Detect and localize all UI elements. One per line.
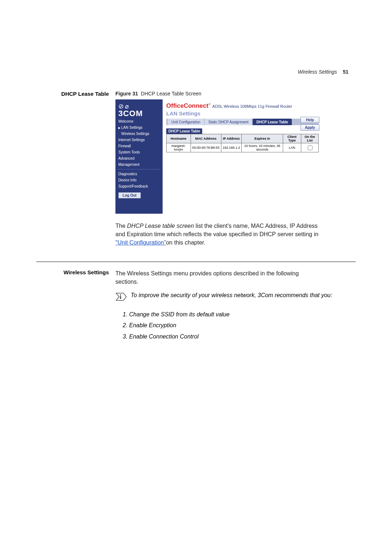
svg-rect-2 [120,296,121,299]
product-title: OfficeConnect® ADSL Wireless 108Mbps 11g… [166,102,319,110]
screenshot-main: Help Apply OfficeConnect® ADSL Wireless … [163,99,322,214]
nav-system-tools[interactable]: System Tools [115,149,163,155]
section-title-wireless: Wireless Settings [64,269,109,275]
page-header: Wireless Settings 51 [298,69,349,75]
tab-bar: Unit Configuration Static DHCP Assignmen… [166,119,319,125]
help-button[interactable]: Help [301,117,319,123]
tab-dhcp-lease-table[interactable]: DHCP Lease Table [253,119,291,125]
rec-2: 2. Enable Encryption [123,320,356,331]
tab-unit-configuration[interactable]: Unit Configuration [168,119,204,125]
apply-button[interactable]: Apply [301,124,319,131]
nav-device-info[interactable]: Device Info [115,177,163,183]
dhcp-description: The DHCP Lease table screen list the cli… [115,222,319,247]
page-subtitle: LAN Settings [166,110,319,116]
nav-lan-settings[interactable]: LAN Settings [115,124,163,131]
col-hostname: Hostname [167,134,191,143]
info-icon [115,291,127,303]
table-row: margaret-tvurjm 00:0D:60:76:B8:53 192.16… [167,143,319,152]
col-client-type: Client Type [283,134,301,143]
nav-management[interactable]: Management [115,161,163,168]
col-ip: IP Address [221,134,242,143]
nav-firewall[interactable]: Firewall [115,143,163,149]
screenshot-sidebar: ⊘ ⌀ 3COM Welcome LAN Settings Wireless S… [115,99,163,214]
unit-configuration-link[interactable]: "Unit Configuration" [115,239,166,246]
figure-title: DHCP Lease Table Screen [141,91,201,97]
rec-3: 3. Enable Connection Control [123,331,356,342]
page-number: 51 [343,69,348,75]
svg-marker-0 [116,293,126,300]
3com-logo: ⊘ ⌀ 3COM [115,99,163,118]
section-title-dhcp: DHCP Lease Table [61,91,109,97]
on-list-checkbox[interactable] [301,143,319,152]
figure-number: Figure 31 [115,91,138,97]
security-note: To improve the security of your wireless… [131,291,332,299]
nav-separator [118,169,160,169]
col-expires: Expires In [242,134,283,143]
figure-caption: Figure 31 DHCP Lease Table Screen [115,91,356,97]
nav-wireless-settings[interactable]: Wireless Settings [115,131,163,137]
table-title: DHCP Lease Table [166,128,202,134]
rec-1: 1. Change the SSID from its default valu… [123,309,356,320]
nav-welcome[interactable]: Welcome [115,118,163,124]
nav-advanced[interactable]: Advanced [115,155,163,161]
col-mac: MAC Address [191,134,221,143]
tab-static-dhcp[interactable]: Static DHCP Assignment [205,119,252,125]
screenshot: ⊘ ⌀ 3COM Welcome LAN Settings Wireless S… [115,99,322,214]
logout-button[interactable]: Log Out [118,192,141,198]
svg-point-1 [120,294,121,296]
nav-support-feedback[interactable]: Support/Feedback [115,183,163,189]
header-section: Wireless Settings [298,69,337,75]
recommendation-list: 1. Change the SSID from its default valu… [115,309,356,342]
wireless-intro: The Wireless Settings menu provides opti… [115,269,319,286]
section-divider [36,262,356,262]
dhcp-lease-table: Hostname MAC Address IP Address Expires … [166,134,319,152]
col-on-list: On the List [301,134,319,143]
nav-diagnostics[interactable]: Diagnostics [115,171,163,177]
nav-internet-settings[interactable]: Internet Settings [115,137,163,143]
